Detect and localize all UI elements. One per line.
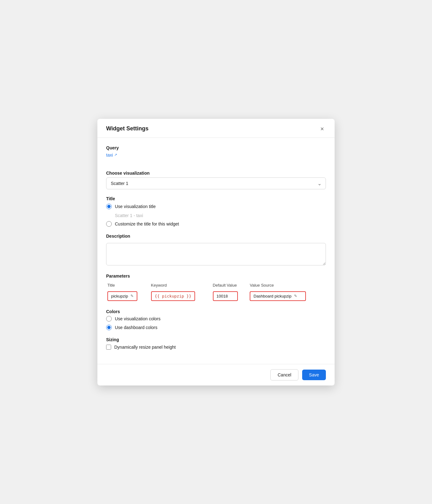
use-viz-colors-label: Use visualization colors <box>115 316 160 321</box>
external-link-icon: ↗ <box>114 153 117 157</box>
use-viz-title-option[interactable]: Use visualization title <box>106 204 326 209</box>
widget-settings-modal: Widget Settings × Query taxi ↗ Choose vi… <box>97 119 335 385</box>
parameters-table: Title Keyword Default Value Value Source… <box>106 282 326 302</box>
modal-footer: Cancel Save <box>97 364 335 385</box>
col-header-source: Value Source <box>248 282 326 290</box>
colors-label: Colors <box>106 309 326 314</box>
use-viz-title-label: Use visualization title <box>115 204 156 209</box>
viz-title-placeholder: Scatter 1 - taxi <box>115 213 326 218</box>
param-default-text: 10018 <box>217 294 228 298</box>
dynamic-resize-checkbox[interactable] <box>106 345 111 350</box>
col-header-keyword: Keyword <box>150 282 212 290</box>
description-section: Description <box>106 234 326 267</box>
param-source-value[interactable]: Dashboard pickupzip ✎ <box>250 291 306 301</box>
visualization-label: Choose visualization <box>106 171 326 176</box>
sizing-section: Sizing Dynamically resize panel height <box>106 337 326 350</box>
colors-radio-group: Use visualization colors Use dashboard c… <box>106 316 326 330</box>
modal-title: Widget Settings <box>106 125 149 132</box>
param-title-value[interactable]: pickupzip ✎ <box>107 291 137 301</box>
modal-body: Query taxi ↗ Choose visualization Scatte… <box>97 138 335 364</box>
use-dashboard-colors-radio[interactable] <box>106 325 112 330</box>
visualization-section: Choose visualization Scatter 1 Scatter 2… <box>106 171 326 189</box>
title-label: Title <box>106 196 326 201</box>
close-button[interactable]: × <box>318 125 326 133</box>
parameters-section: Parameters Title Keyword Default Value V… <box>106 274 326 302</box>
parameters-label: Parameters <box>106 274 326 279</box>
param-source-edit-icon[interactable]: ✎ <box>294 294 297 298</box>
sizing-label: Sizing <box>106 337 326 342</box>
save-button[interactable]: Save <box>302 370 326 380</box>
title-section: Title Use visualization title Scatter 1 … <box>106 196 326 227</box>
visualization-select-wrapper: Scatter 1 Scatter 2 Bar 1 Line 1 ⌄ <box>106 177 326 189</box>
description-label: Description <box>106 234 326 239</box>
query-link[interactable]: taxi ↗ <box>106 153 117 158</box>
visualization-select[interactable]: Scatter 1 Scatter 2 Bar 1 Line 1 <box>106 177 326 189</box>
param-keyword-text: {{ pickupzip }} <box>155 294 191 298</box>
param-title-text: pickupzip <box>111 294 128 298</box>
cancel-button[interactable]: Cancel <box>270 369 298 380</box>
query-label: Query <box>106 145 326 150</box>
param-title-edit-icon[interactable]: ✎ <box>130 294 134 298</box>
param-keyword-value[interactable]: {{ pickupzip }} <box>151 291 195 301</box>
parameter-row: pickupzip ✎ {{ pickupzip }} 10018 <box>106 290 326 302</box>
query-link-text: taxi <box>106 153 113 158</box>
dynamic-resize-label: Dynamically resize panel height <box>114 345 176 350</box>
param-source-text: Dashboard pickupzip <box>253 294 291 298</box>
modal-header: Widget Settings × <box>97 119 335 138</box>
title-radio-group: Use visualization title Scatter 1 - taxi… <box>106 204 326 227</box>
use-viz-title-radio[interactable] <box>106 204 112 209</box>
param-title-cell: pickupzip ✎ <box>106 290 150 302</box>
colors-section: Colors Use visualization colors Use dash… <box>106 309 326 330</box>
dynamic-resize-item: Dynamically resize panel height <box>106 345 326 350</box>
use-viz-colors-option[interactable]: Use visualization colors <box>106 316 326 322</box>
param-default-value[interactable]: 10018 <box>213 291 238 301</box>
description-textarea[interactable] <box>106 243 326 265</box>
query-section: Query taxi ↗ <box>106 145 326 164</box>
customize-title-label: Customize the title for this widget <box>115 221 179 226</box>
use-dashboard-colors-label: Use dashboard colors <box>115 325 157 330</box>
col-header-default: Default Value <box>212 282 249 290</box>
param-keyword-cell: {{ pickupzip }} <box>150 290 212 302</box>
customize-title-radio[interactable] <box>106 221 112 227</box>
use-dashboard-colors-option[interactable]: Use dashboard colors <box>106 325 326 330</box>
param-default-cell: 10018 <box>212 290 249 302</box>
use-viz-colors-radio[interactable] <box>106 316 112 322</box>
col-header-title: Title <box>106 282 150 290</box>
customize-title-option[interactable]: Customize the title for this widget <box>106 221 326 227</box>
param-source-cell: Dashboard pickupzip ✎ <box>248 290 326 302</box>
